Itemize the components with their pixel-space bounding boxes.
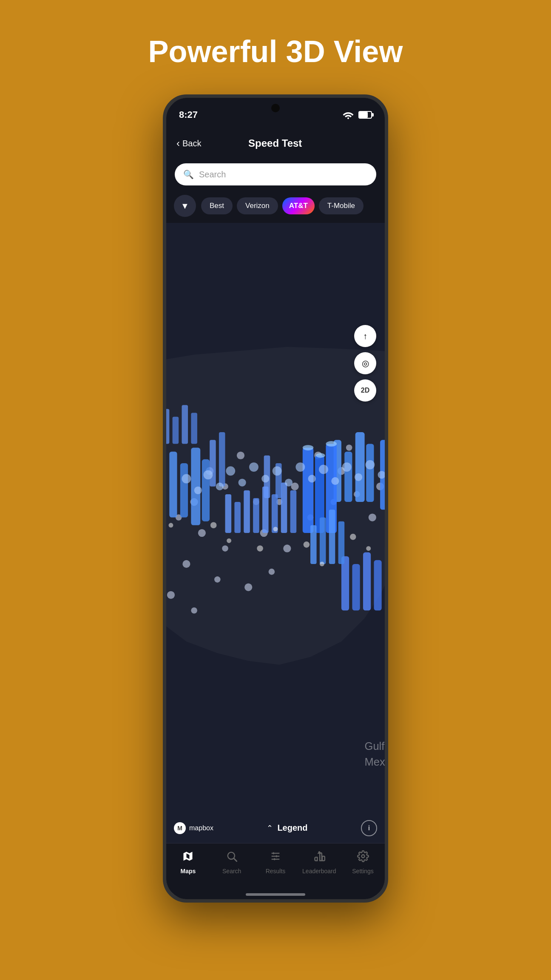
svg-text:Gulf of: Gulf of [365, 740, 385, 752]
nav-item-settings[interactable]: Settings [341, 850, 385, 877]
svg-point-90 [316, 453, 325, 458]
svg-point-28 [369, 513, 376, 521]
svg-point-100 [273, 466, 282, 476]
svg-rect-42 [366, 444, 374, 502]
svg-point-103 [308, 475, 316, 482]
settings-nav-label: Settings [352, 868, 374, 875]
svg-rect-70 [219, 432, 225, 487]
svg-point-31 [346, 444, 352, 451]
2d-toggle-button[interactable]: 2D [354, 379, 376, 402]
search-placeholder: Search [199, 170, 226, 179]
svg-point-104 [319, 465, 328, 474]
svg-point-25 [191, 607, 197, 614]
info-icon: i [368, 824, 370, 832]
svg-point-8 [237, 452, 244, 459]
carrier-pills: Best Verizon AT&T T-Mobile [201, 197, 377, 214]
svg-point-101 [285, 479, 293, 486]
svg-rect-78 [320, 518, 326, 564]
svg-point-94 [204, 470, 213, 479]
legend-button[interactable]: ⌃ Legend [255, 817, 319, 839]
nav-item-search[interactable]: Search [210, 850, 254, 877]
svg-rect-51 [303, 448, 314, 533]
svg-point-98 [249, 462, 258, 472]
settings-nav-icon [357, 850, 369, 865]
svg-point-115 [320, 561, 324, 566]
svg-point-96 [226, 466, 235, 476]
svg-point-97 [239, 479, 246, 486]
mapbox-logo: M [174, 822, 186, 834]
search-bar[interactable]: 🔍 Search [175, 163, 376, 185]
nav-item-leaderboard[interactable]: Leaderboard [297, 850, 341, 877]
2d-label: 2D [361, 387, 369, 394]
svg-rect-69 [210, 440, 216, 486]
status-time: 8:27 [179, 109, 198, 120]
info-button[interactable]: i [361, 820, 377, 836]
svg-point-10 [198, 529, 206, 537]
svg-rect-66 [180, 463, 188, 518]
page-title: Powerful 3D View [148, 34, 403, 69]
status-icons [342, 111, 372, 119]
svg-rect-44 [234, 502, 241, 533]
svg-point-92 [182, 474, 191, 483]
nav-item-maps[interactable]: Maps [166, 850, 210, 877]
svg-point-110 [210, 522, 217, 528]
home-bar [246, 893, 305, 896]
compass-icon: ↑ [363, 331, 367, 341]
svg-point-129 [361, 855, 364, 858]
map-controls: ↑ ◎ 2D [354, 325, 376, 402]
mapbox-label: mapbox [189, 824, 213, 832]
search-container: 🔍 Search [166, 159, 385, 191]
svg-point-112 [257, 545, 263, 552]
legend-label: Legend [277, 823, 307, 833]
phone-device: 8:27 ‹ Back Speed Test [163, 94, 388, 903]
legend-chevron-icon: ⌃ [267, 823, 273, 833]
svg-point-106 [342, 462, 352, 472]
filter-button[interactable]: ▼ [174, 195, 196, 217]
svg-text:Mexico: Mexico [365, 756, 385, 768]
svg-rect-80 [338, 521, 345, 564]
map-bottom-bar: M mapbox ⌃ Legend i [166, 813, 385, 843]
svg-point-19 [214, 576, 221, 583]
svg-point-108 [365, 460, 375, 470]
leaderboard-nav-label: Leaderboard [302, 868, 336, 875]
map-area[interactable]: Gulf of Mexico [166, 223, 385, 843]
camera-notch [271, 104, 280, 112]
location-button[interactable]: ◎ [354, 352, 376, 374]
svg-rect-83 [182, 405, 188, 444]
svg-point-11 [222, 545, 228, 552]
carrier-pill-verizon[interactable]: Verizon [237, 197, 278, 214]
svg-rect-46 [253, 498, 259, 533]
svg-point-95 [216, 483, 224, 490]
carrier-pill-tmobile[interactable]: T-Mobile [319, 197, 364, 214]
svg-rect-77 [310, 525, 317, 564]
nav-item-results[interactable]: Results [254, 850, 298, 877]
svg-point-89 [303, 445, 314, 450]
svg-rect-84 [191, 413, 197, 444]
filter-icon: ▼ [181, 201, 189, 211]
svg-point-20 [182, 560, 190, 568]
svg-point-114 [304, 541, 310, 548]
phone-screen: 8:27 ‹ Back Speed Test [166, 98, 385, 899]
carrier-pill-att[interactable]: AT&T [282, 197, 315, 214]
maps-nav-label: Maps [181, 868, 196, 875]
carrier-pill-best[interactable]: Best [201, 197, 233, 214]
svg-rect-68 [202, 459, 210, 521]
mapbox-badge: M mapbox [174, 822, 213, 834]
svg-rect-60 [374, 560, 381, 610]
filter-bar: ▼ Best Verizon AT&T T-Mobile [166, 191, 385, 223]
svg-rect-67 [191, 448, 200, 525]
svg-rect-49 [281, 483, 287, 533]
svg-rect-58 [352, 564, 360, 610]
header-title: Speed Test [201, 137, 349, 149]
svg-point-17 [269, 569, 275, 575]
location-icon: ◎ [362, 358, 369, 368]
svg-point-99 [261, 475, 269, 482]
back-button[interactable]: ‹ Back [176, 137, 201, 149]
svg-rect-50 [290, 490, 297, 533]
svg-point-91 [326, 441, 337, 447]
svg-point-0 [347, 117, 349, 119]
back-chevron-icon: ‹ [176, 137, 180, 149]
svg-point-16 [283, 544, 291, 552]
compass-button[interactable]: ↑ [354, 325, 376, 347]
bars-svg: Gulf of Mexico [166, 223, 385, 843]
